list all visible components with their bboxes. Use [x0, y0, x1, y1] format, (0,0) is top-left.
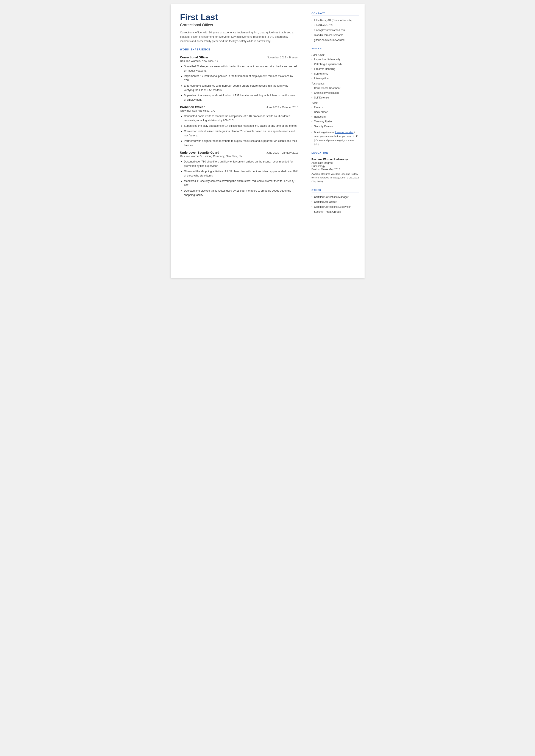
job-block-2: Probation Officer June 2013 – October 20…: [180, 105, 298, 147]
job-company-2: Growthsi, San Francisco, CA: [180, 109, 298, 112]
other-list: Certified Corrections Manager. Certified…: [312, 195, 359, 214]
job-header-2: Probation Officer June 2013 – October 20…: [180, 105, 298, 109]
job-dates-2: June 2013 – October 2015: [266, 106, 298, 109]
candidate-name: First Last: [180, 13, 298, 22]
bullet-3-3: Monitored 11 security cameras covering t…: [180, 179, 298, 187]
skill-firearms: Firearms Handling: [312, 67, 359, 71]
contact-section-title: CONTACT: [312, 12, 359, 16]
job-block-3: Undercover Security Guard June 2010 – Ja…: [180, 151, 298, 197]
techniques-label: Techniques:: [312, 82, 359, 85]
tool-handcuffs: Handcuffs: [312, 115, 359, 119]
summary-text: Correctional officer with 10 years of ex…: [180, 30, 298, 43]
hard-skills-label: Hard Skills:: [312, 53, 359, 56]
techniques-list: Correctional Treatment Criminal Investig…: [312, 86, 359, 99]
edu-field: Criminology: [312, 165, 359, 168]
job-bullets-1: Surveilled 28 dangerous areas within the…: [180, 64, 298, 102]
tool-firearm: Firearm: [312, 105, 359, 109]
work-experience-section-title: WORK EXPERIENCE: [180, 48, 298, 52]
bullet-2-3: Created an individualized reintegration …: [180, 129, 298, 138]
contact-section: CONTACT Little Rock, AR (Open to Remote)…: [312, 12, 359, 42]
bullet-2-4: Partnered with neighborhood members to s…: [180, 139, 298, 147]
contact-list: Little Rock, AR (Open to Remote) +1-234-…: [312, 18, 359, 42]
education-section: EDUCATION Resume Worded University Assoc…: [312, 152, 359, 183]
edu-school: Resume Worded University: [312, 158, 359, 161]
skill-interrogation: Interrogation: [312, 76, 359, 80]
contact-email: email@resumeworded.com: [312, 28, 359, 32]
contact-phone: +1-234-456-789: [312, 23, 359, 27]
skills-section: SKILLS Hard Skills: Inspection (Advanced…: [312, 47, 359, 146]
bullet-1-1: Surveilled 28 dangerous areas within the…: [180, 64, 298, 73]
education-section-title: EDUCATION: [312, 152, 359, 155]
other-section: OTHER Certified Corrections Manager. Cer…: [312, 189, 359, 214]
bullet-1-4: Supervised the training and certificatio…: [180, 93, 298, 102]
other-item-1: Certified Corrections Manager.: [312, 195, 359, 199]
technique-criminal: Criminal Investigation: [312, 91, 359, 95]
technique-correctional: Correctional Treatment: [312, 86, 359, 90]
bullet-3-4: Detected and blocked traffic routes used…: [180, 188, 298, 197]
other-item-4: Security Threat Groups: [312, 210, 359, 214]
skill-surveillance: Surveillance: [312, 72, 359, 76]
contact-linkedin: linkedin.com/in/username: [312, 33, 359, 37]
skill-patrolling: Patrolling (Experienced): [312, 62, 359, 66]
tool-security-camera: Security Camera: [312, 124, 359, 128]
edu-location-date: Boston, MA — May 2010: [312, 168, 359, 171]
left-column: First Last Correctional Officer Correcti…: [171, 4, 306, 278]
tool-body-armor: Body Armor: [312, 110, 359, 114]
job-bullets-2: Conducted home visits to monitor the com…: [180, 114, 298, 147]
name-title-block: First Last Correctional Officer: [180, 13, 298, 27]
resume-page: First Last Correctional Officer Correcti…: [171, 4, 365, 278]
candidate-job-title: Correctional Officer: [180, 23, 298, 27]
job-company-3: Resume Worded's Exciting Company, New Yo…: [180, 155, 298, 158]
other-section-title: OTHER: [312, 189, 359, 192]
contact-location: Little Rock, AR (Open to Remote): [312, 18, 359, 22]
right-column: CONTACT Little Rock, AR (Open to Remote)…: [306, 4, 365, 278]
bullet-1-2: Implemented 17 institutional policies in…: [180, 74, 298, 83]
skills-note-before: Don't forget to use: [314, 131, 335, 134]
bullet-2-2: Supervised the daily operations of 14 of…: [180, 124, 298, 128]
job-header-3: Undercover Security Guard June 2010 – Ja…: [180, 151, 298, 154]
job-header-1: Correctional Officer November 2015 – Pre…: [180, 56, 298, 59]
skills-section-title: SKILLS: [312, 47, 359, 51]
skills-note: Don't forget to use Resume Worded to sca…: [312, 130, 359, 146]
tool-radio: Two-way Radio: [312, 120, 359, 124]
bullet-3-2: Observed the shopping activities of 1.3K…: [180, 169, 298, 178]
job-block-1: Correctional Officer November 2015 – Pre…: [180, 56, 298, 102]
tools-label: Tools:: [312, 101, 359, 104]
technique-self-defense: Self Defense: [312, 96, 359, 99]
resume-worded-link[interactable]: Resume Worded: [335, 131, 353, 134]
job-company-1: Resume Worded, New York, NY: [180, 60, 298, 63]
contact-github: github.com/resumeworded: [312, 38, 359, 42]
job-title-3: Undercover Security Guard: [180, 151, 219, 154]
edu-degree: Associate Degree: [312, 161, 359, 164]
other-item-3: Certified Corrections Supervisor: [312, 205, 359, 209]
tools-list: Firearm Body Armor Handcuffs Two-way Rad…: [312, 105, 359, 128]
job-title-1: Correctional Officer: [180, 56, 208, 59]
job-dates-1: November 2015 – Present: [267, 56, 298, 59]
bullet-1-3: Enforced 95% compliance with thorough se…: [180, 84, 298, 92]
other-item-2: Certified Jail Officer.: [312, 200, 359, 204]
job-dates-3: June 2010 – January 2013: [266, 151, 298, 154]
job-title-2: Probation Officer: [180, 105, 205, 109]
bullet-3-1: Detained over 780 shoplifters until law …: [180, 159, 298, 168]
job-bullets-3: Detained over 780 shoplifters until law …: [180, 159, 298, 197]
skill-inspection: Inspection (Advanced): [312, 58, 359, 61]
bullet-2-1: Conducted home visits to monitor the com…: [180, 114, 298, 123]
edu-awards: Awards: Resume Worded Teaching Fellow (o…: [312, 172, 359, 183]
hard-skills-list: Inspection (Advanced) Patrolling (Experi…: [312, 58, 359, 80]
